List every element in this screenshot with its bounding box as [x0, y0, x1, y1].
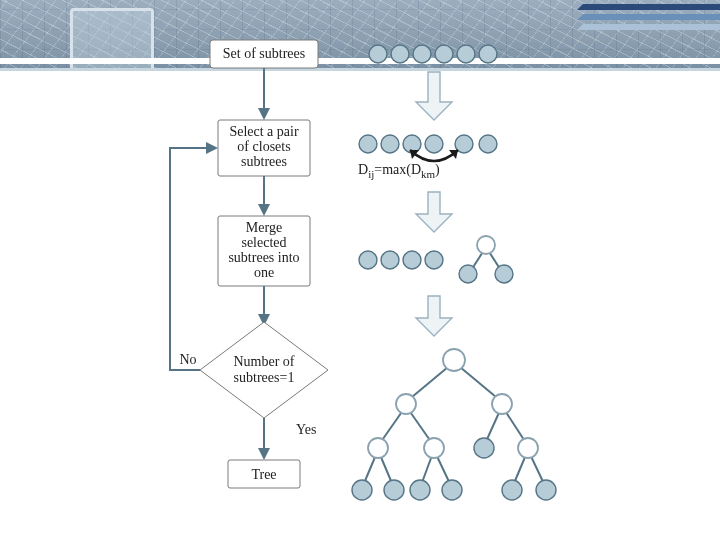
- arrow-stage2-icon: [416, 296, 452, 336]
- svg-point-17: [381, 135, 399, 153]
- svg-point-27: [381, 251, 399, 269]
- svg-point-54: [474, 438, 494, 458]
- nodes-stage0: [369, 45, 497, 63]
- box-tree-label: Tree: [251, 467, 276, 482]
- svg-point-32: [477, 236, 495, 254]
- svg-point-11: [413, 45, 431, 63]
- svg-marker-1: [258, 108, 270, 120]
- decision-l2: subtrees=1: [234, 370, 295, 385]
- box-merge-l2: selected: [241, 235, 286, 250]
- svg-point-14: [479, 45, 497, 63]
- box-set-of-subtrees-label: Set of subtrees: [223, 46, 305, 61]
- svg-marker-35: [416, 296, 452, 336]
- svg-point-57: [410, 480, 430, 500]
- box-merge-l3: subtrees into: [228, 250, 299, 265]
- svg-point-53: [518, 438, 538, 458]
- svg-point-26: [359, 251, 377, 269]
- arrow-stage0-icon: [416, 72, 452, 120]
- label-no: No: [179, 352, 196, 367]
- svg-point-19: [425, 135, 443, 153]
- box-select-l3: subtrees: [241, 154, 287, 169]
- svg-point-29: [425, 251, 443, 269]
- nodes-stage2: [359, 236, 513, 283]
- svg-point-28: [403, 251, 421, 269]
- svg-point-10: [391, 45, 409, 63]
- formula-dij: Dij=max(Dkm): [358, 162, 440, 180]
- svg-point-21: [479, 135, 497, 153]
- svg-point-12: [435, 45, 453, 63]
- box-select-l2: of closets: [237, 139, 290, 154]
- svg-point-59: [502, 480, 522, 500]
- nodes-stage1: [359, 135, 497, 153]
- svg-marker-6: [206, 142, 218, 154]
- svg-marker-15: [416, 72, 452, 120]
- svg-marker-25: [416, 192, 452, 232]
- box-merge-l1: Merge: [246, 220, 282, 235]
- svg-point-56: [384, 480, 404, 500]
- svg-point-50: [492, 394, 512, 414]
- diagram-canvas: Set of subtrees Select a pair of closets…: [0, 0, 720, 540]
- box-merge-l4: one: [254, 265, 274, 280]
- svg-point-34: [495, 265, 513, 283]
- svg-text:Dij=max(Dkm): Dij=max(Dkm): [358, 162, 440, 180]
- final-tree: [352, 349, 556, 500]
- svg-point-52: [424, 438, 444, 458]
- arrow-stage1-icon: [416, 192, 452, 232]
- svg-point-51: [368, 438, 388, 458]
- box-select-l1: Select a pair: [229, 124, 299, 139]
- svg-point-49: [396, 394, 416, 414]
- svg-point-55: [352, 480, 372, 500]
- label-yes: Yes: [296, 422, 316, 437]
- svg-point-58: [442, 480, 462, 500]
- decision-l1: Number of: [233, 354, 294, 369]
- svg-marker-8: [258, 448, 270, 460]
- svg-point-48: [443, 349, 465, 371]
- svg-marker-3: [258, 204, 270, 216]
- svg-point-16: [359, 135, 377, 153]
- svg-point-60: [536, 480, 556, 500]
- svg-point-13: [457, 45, 475, 63]
- svg-point-33: [459, 265, 477, 283]
- svg-point-9: [369, 45, 387, 63]
